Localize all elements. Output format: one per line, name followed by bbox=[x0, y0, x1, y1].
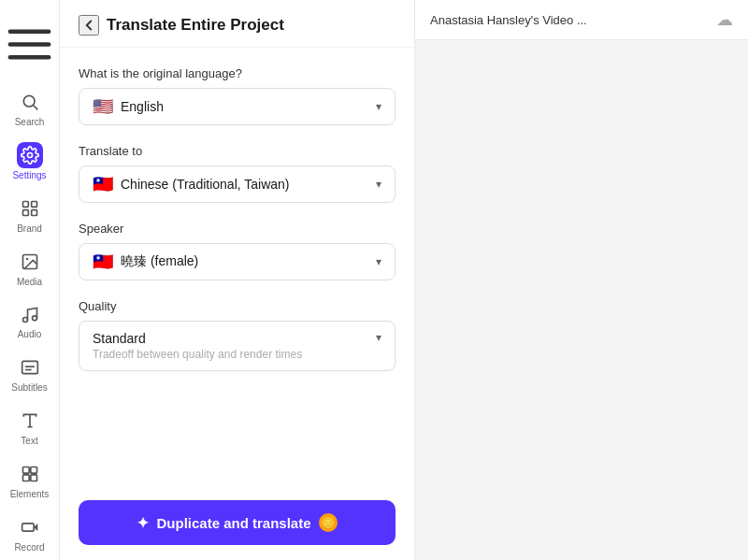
sidebar-item-subtitles[interactable]: Subtitles bbox=[0, 347, 59, 400]
original-language-chevron: ▾ bbox=[376, 100, 381, 113]
translate-panel: Translate Entire Project What is the ori… bbox=[60, 0, 415, 560]
sidebar-item-brand[interactable]: Brand bbox=[0, 188, 59, 241]
translate-button[interactable]: ✦ Duplicate and translate 🪙 bbox=[79, 500, 396, 545]
original-language-label: What is the original language? bbox=[79, 66, 396, 80]
svg-rect-21 bbox=[22, 475, 29, 481]
sidebar-label-media: Media bbox=[17, 277, 42, 287]
original-language-value: English bbox=[121, 99, 368, 114]
panel-header: Translate Entire Project bbox=[60, 0, 414, 48]
translate-to-select[interactable]: 🇹🇼 Chinese (Traditional, Taiwan) ▾ bbox=[79, 165, 396, 203]
translate-btn-icon: ✦ bbox=[137, 514, 149, 532]
panel-content: What is the original language? 🇺🇸 Englis… bbox=[60, 48, 414, 485]
speaker-value: 曉臻 (female) bbox=[121, 253, 368, 270]
svg-point-12 bbox=[22, 317, 27, 322]
sidebar-item-audio[interactable]: Audio bbox=[0, 294, 59, 348]
svg-line-4 bbox=[33, 106, 37, 110]
svg-rect-22 bbox=[30, 475, 36, 481]
speaker-chevron: ▾ bbox=[376, 255, 381, 268]
sidebar-label-record: Record bbox=[14, 542, 44, 553]
translate-to-flag: 🇹🇼 bbox=[93, 176, 113, 193]
svg-rect-23 bbox=[22, 524, 34, 531]
sidebar: Search Settings Brand bbox=[0, 0, 60, 560]
svg-point-5 bbox=[27, 152, 32, 157]
sidebar-item-record[interactable]: Record bbox=[0, 507, 59, 560]
hamburger-menu[interactable] bbox=[0, 7, 59, 81]
brand-icon bbox=[21, 199, 39, 218]
search-icon bbox=[21, 93, 39, 111]
settings-icon bbox=[21, 146, 39, 165]
text-icon bbox=[21, 411, 39, 430]
sidebar-label-subtitles: Subtitles bbox=[11, 382, 47, 393]
quality-chevron: ▾ bbox=[376, 331, 381, 344]
elements-icon bbox=[21, 465, 39, 483]
sidebar-item-search[interactable]: Search bbox=[0, 81, 59, 135]
sidebar-item-settings[interactable]: Settings bbox=[0, 135, 59, 188]
sidebar-label-elements: Elements bbox=[10, 489, 50, 499]
svg-rect-7 bbox=[31, 201, 36, 207]
audio-icon bbox=[21, 306, 39, 324]
translate-btn-label: Duplicate and translate bbox=[156, 515, 310, 531]
original-language-select[interactable]: 🇺🇸 English ▾ bbox=[79, 88, 396, 125]
original-language-flag: 🇺🇸 bbox=[93, 98, 113, 115]
sidebar-label-audio: Audio bbox=[18, 329, 42, 339]
sidebar-item-elements[interactable]: Elements bbox=[0, 453, 59, 507]
svg-rect-19 bbox=[22, 467, 29, 474]
svg-rect-6 bbox=[22, 201, 28, 207]
svg-rect-8 bbox=[22, 209, 28, 215]
quality-content: Standard Tradeoff between quality and re… bbox=[93, 331, 368, 361]
quality-desc: Tradeoff between quality and render time… bbox=[93, 348, 368, 361]
hamburger-icon bbox=[4, 19, 55, 70]
quality-name: Standard bbox=[93, 331, 368, 346]
cloud-icon: ☁ bbox=[716, 9, 733, 30]
sidebar-item-text[interactable]: Text bbox=[0, 400, 59, 453]
media-icon bbox=[21, 252, 39, 271]
svg-point-11 bbox=[25, 257, 27, 260]
svg-point-3 bbox=[23, 95, 35, 107]
quality-label: Quality bbox=[79, 299, 396, 313]
coin-badge: 🪙 bbox=[319, 513, 338, 532]
back-arrow-icon bbox=[80, 17, 97, 34]
panel-footer: ✦ Duplicate and translate 🪙 bbox=[60, 485, 414, 560]
panel-title: Translate Entire Project bbox=[107, 16, 284, 35]
main-topbar: Anastasia Hansley's Video ... ☁ bbox=[415, 0, 748, 40]
speaker-flag: 🇹🇼 bbox=[93, 253, 113, 270]
speaker-group: Speaker 🇹🇼 曉臻 (female) ▾ bbox=[79, 222, 396, 280]
svg-rect-9 bbox=[31, 209, 36, 215]
record-icon bbox=[21, 518, 39, 537]
subtitles-icon bbox=[21, 358, 39, 377]
sidebar-item-media[interactable]: Media bbox=[0, 241, 59, 294]
quality-group: Quality Standard Tradeoff between qualit… bbox=[79, 299, 396, 371]
sidebar-label-settings: Settings bbox=[12, 170, 46, 180]
speaker-select[interactable]: 🇹🇼 曉臻 (female) ▾ bbox=[79, 243, 396, 280]
translate-to-chevron: ▾ bbox=[376, 178, 381, 191]
project-title: Anastasia Hansley's Video ... bbox=[430, 13, 587, 27]
sidebar-label-text: Text bbox=[21, 436, 37, 446]
svg-rect-20 bbox=[30, 467, 36, 474]
translate-to-group: Translate to 🇹🇼 Chinese (Traditional, Ta… bbox=[79, 144, 396, 203]
speaker-label: Speaker bbox=[79, 222, 396, 236]
sidebar-label-brand: Brand bbox=[17, 223, 42, 234]
main-content: Anastasia Hansley's Video ... ☁ bbox=[415, 0, 748, 560]
back-button[interactable] bbox=[79, 15, 99, 36]
svg-point-13 bbox=[32, 315, 36, 320]
original-language-group: What is the original language? 🇺🇸 Englis… bbox=[79, 66, 396, 125]
translate-to-label: Translate to bbox=[79, 144, 396, 158]
main-canvas bbox=[415, 40, 748, 560]
translate-to-value: Chinese (Traditional, Taiwan) bbox=[121, 177, 368, 192]
quality-select[interactable]: Standard Tradeoff between quality and re… bbox=[79, 321, 396, 371]
sidebar-label-search: Search bbox=[15, 117, 45, 127]
